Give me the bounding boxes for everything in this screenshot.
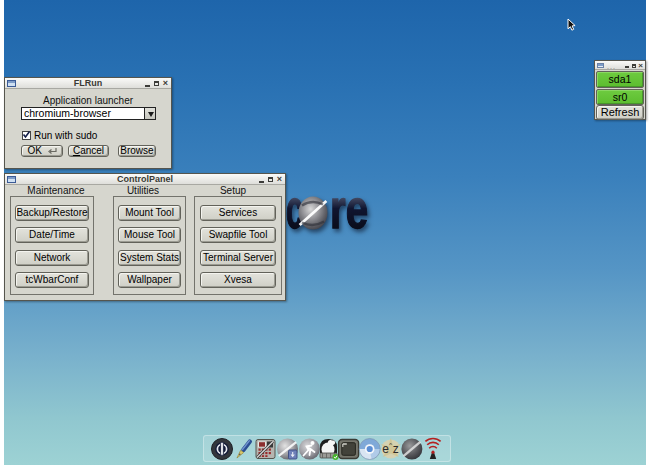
- svg-text:^: ^: [389, 442, 392, 448]
- svg-text:z: z: [393, 442, 399, 456]
- svg-text:e: e: [382, 442, 389, 456]
- svg-text:re: re: [330, 185, 368, 240]
